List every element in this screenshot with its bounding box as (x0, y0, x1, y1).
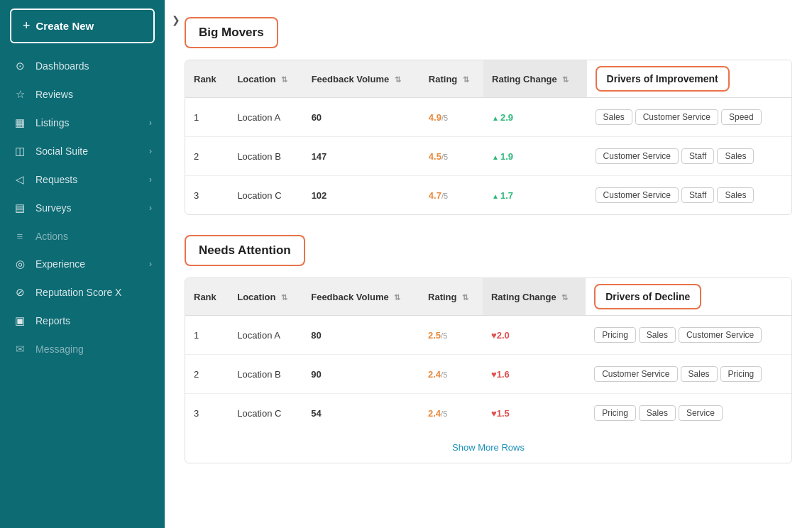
sidebar-label-experience: Experience (35, 258, 141, 270)
chevron-social-suite: › (149, 146, 152, 156)
rating-cell: 2.4/5 (419, 355, 483, 394)
col-location-improvement[interactable]: Location ⇅ (229, 60, 302, 98)
big-movers-tbody: 1 Location A 60 4.9/5 2.9 SalesCustomer … (185, 98, 791, 215)
driver-tag: Staff (681, 148, 714, 164)
driver-tag: Pricing (720, 366, 762, 382)
rank-cell: 2 (185, 355, 229, 394)
sort-rating-improvement: ⇅ (463, 75, 469, 84)
plus-icon: + (23, 18, 31, 33)
needs-attention-header: Needs Attention (185, 235, 305, 266)
sort-rating-decline: ⇅ (462, 293, 468, 302)
driver-tag: Staff (681, 187, 714, 203)
needs-attention-thead: Rank Location ⇅ Feedback Volume ⇅ Rating… (185, 278, 791, 316)
driver-tag: Sales (681, 366, 718, 382)
table-row: 2 Location B 90 2.4/5 ♥1.6 Customer Serv… (185, 355, 791, 394)
table-row: 1 Location A 60 4.9/5 2.9 SalesCustomer … (185, 98, 791, 137)
driver-tag: Sales (596, 109, 632, 125)
feedback-cell: 60 (303, 98, 420, 137)
change-cell: 1.7 (483, 176, 587, 215)
sidebar-label-requests: Requests (35, 174, 141, 185)
surveys-icon: ▤ (13, 202, 27, 214)
sidebar-item-reputation[interactable]: ⊘ Reputation Score X (0, 278, 165, 307)
sort-ratingchange-improvement: ⇅ (562, 75, 569, 84)
sidebar-item-listings[interactable]: ▦ Listings › (0, 109, 165, 137)
nav-list: ⊙ Dashboards ☆ Reviews ▦ Listings › ◫ So… (0, 52, 165, 363)
chevron-surveys: › (149, 203, 152, 213)
change-cell: 2.9 (483, 98, 587, 137)
sidebar-label-surveys: Surveys (35, 202, 141, 214)
location-cell: Location C (229, 176, 302, 215)
rating-cell: 4.5/5 (420, 137, 483, 176)
experience-icon: ◎ (13, 258, 27, 270)
rank-cell: 1 (185, 98, 229, 137)
driver-tag: Customer Service (594, 366, 677, 382)
drivers-cell: Customer ServiceStaffSales (587, 137, 791, 176)
rating-cell: 4.9/5 (420, 98, 483, 137)
sidebar-item-actions[interactable]: ≡ Actions (0, 222, 165, 250)
show-more-rows-button[interactable]: Show More Rows (185, 432, 791, 463)
big-movers-header: Big Movers (185, 17, 278, 48)
dashboards-icon: ⊙ (13, 60, 27, 72)
driver-tag: Sales (639, 327, 676, 343)
big-movers-header-row: Rank Location ⇅ Feedback Volume ⇅ Rating… (185, 60, 791, 98)
change-cell: 1.9 (483, 137, 587, 176)
location-cell: Location B (229, 355, 302, 394)
col-feedback-improvement[interactable]: Feedback Volume ⇅ (303, 60, 420, 98)
rank-cell: 3 (185, 176, 229, 215)
needs-attention-table: Rank Location ⇅ Feedback Volume ⇅ Rating… (185, 278, 791, 432)
table-row: 3 Location C 54 2.4/5 ♥1.5 PricingSalesS… (185, 394, 791, 433)
big-movers-table: Rank Location ⇅ Feedback Volume ⇅ Rating… (185, 60, 791, 214)
sidebar-item-experience[interactable]: ◎ Experience › (0, 250, 165, 278)
chevron-requests: › (149, 175, 152, 185)
rank-cell: 1 (185, 316, 229, 355)
messaging-icon: ✉ (13, 343, 27, 356)
sort-feedback-decline: ⇅ (394, 293, 400, 302)
col-rating-improvement[interactable]: Rating ⇅ (420, 60, 483, 98)
drivers-decline-box: Drivers of Decline (594, 284, 701, 309)
big-movers-thead: Rank Location ⇅ Feedback Volume ⇅ Rating… (185, 60, 791, 98)
reputation-icon: ⊘ (13, 286, 27, 299)
needs-attention-table-wrapper: Rank Location ⇅ Feedback Volume ⇅ Rating… (185, 277, 792, 463)
sidebar-label-reviews: Reviews (35, 89, 152, 100)
feedback-cell: 80 (302, 316, 419, 355)
sidebar-item-reviews[interactable]: ☆ Reviews (0, 80, 165, 109)
sidebar-label-listings: Listings (35, 117, 141, 128)
sidebar-item-social-suite[interactable]: ◫ Social Suite › (0, 137, 165, 165)
reports-icon: ▣ (13, 314, 27, 327)
chevron-listings: › (149, 118, 152, 128)
main-content: Big Movers Rank Location ⇅ Feedback Volu… (165, 0, 812, 528)
create-new-button[interactable]: + Create New (10, 9, 155, 43)
col-rating-decline[interactable]: Rating ⇅ (419, 278, 483, 316)
driver-tag: Customer Service (679, 327, 762, 343)
needs-attention-tbody: 1 Location A 80 2.5/5 ♥2.0 PricingSalesC… (185, 316, 791, 433)
sort-feedback-improvement: ⇅ (395, 75, 401, 84)
driver-tag: Pricing (594, 327, 636, 343)
sort-ratingchange-decline: ⇅ (561, 293, 568, 302)
actions-icon: ≡ (13, 230, 27, 242)
col-feedback-decline[interactable]: Feedback Volume ⇅ (302, 278, 419, 316)
sort-location-decline: ⇅ (281, 293, 287, 302)
col-ratingchange-improvement[interactable]: Rating Change ⇅ (483, 60, 587, 98)
feedback-cell: 147 (303, 137, 420, 176)
rank-cell: 3 (185, 394, 229, 433)
sidebar-item-requests[interactable]: ◁ Requests › (0, 165, 165, 194)
location-cell: Location A (229, 316, 302, 355)
sidebar-label-dashboards: Dashboards (35, 60, 152, 72)
col-location-decline[interactable]: Location ⇅ (229, 278, 302, 316)
sidebar-item-surveys[interactable]: ▤ Surveys › (0, 194, 165, 222)
sidebar-item-dashboards[interactable]: ⊙ Dashboards (0, 52, 165, 80)
sidebar-expand-button[interactable]: ❯ (172, 14, 180, 26)
rank-cell: 2 (185, 137, 229, 176)
driver-tag: Sales (717, 148, 754, 164)
sidebar-item-reports[interactable]: ▣ Reports (0, 307, 165, 335)
sidebar-label-reports: Reports (35, 315, 152, 326)
driver-tag: Speed (721, 109, 762, 125)
sidebar-item-messaging[interactable]: ✉ Messaging (0, 335, 165, 363)
rating-cell: 2.5/5 (419, 316, 483, 355)
col-ratingchange-decline[interactable]: Rating Change ⇅ (483, 278, 586, 316)
big-movers-table-wrapper: Rank Location ⇅ Feedback Volume ⇅ Rating… (185, 60, 792, 215)
listings-icon: ▦ (13, 116, 27, 129)
feedback-cell: 54 (302, 394, 419, 433)
sidebar-label-messaging: Messaging (35, 343, 152, 355)
change-cell: ♥1.6 (483, 355, 586, 394)
